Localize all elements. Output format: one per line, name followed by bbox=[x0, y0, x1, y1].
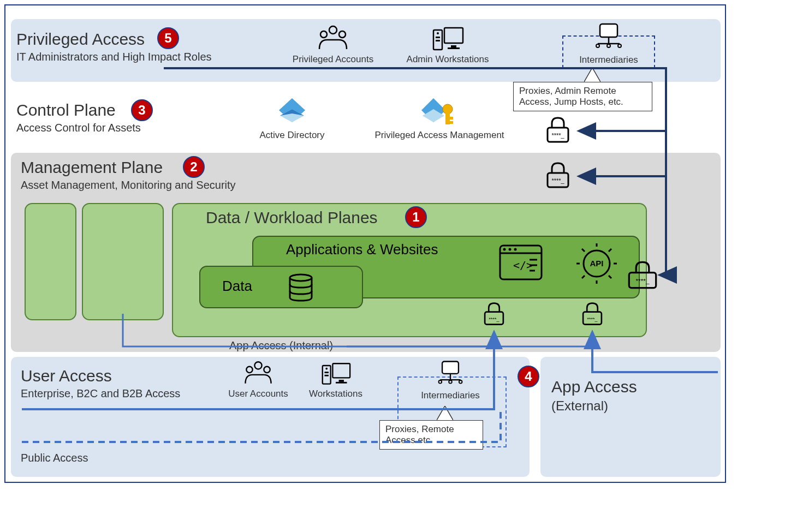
app-access-external-panel: App Access (External) bbox=[540, 357, 721, 477]
svg-rect-4 bbox=[451, 45, 456, 47]
data-panel: Data bbox=[199, 266, 363, 308]
privileged-access-subtitle: IT Administrators and High Impact Roles bbox=[16, 51, 212, 63]
svg-text:****_: ****_ bbox=[551, 177, 564, 184]
router-icon bbox=[435, 359, 466, 386]
user-access-title: User Access bbox=[21, 367, 112, 385]
svg-text:****_: ****_ bbox=[587, 316, 598, 322]
control-plane-subtitle: Access Control for Assets bbox=[16, 122, 141, 134]
pam-label: Privileged Access Management bbox=[366, 130, 513, 141]
active-directory-label: Active Directory bbox=[251, 130, 333, 141]
svg-rect-50 bbox=[332, 363, 350, 378]
lock-icon: ****_ bbox=[579, 301, 606, 327]
svg-point-60 bbox=[439, 380, 442, 384]
green-box-1 bbox=[25, 203, 76, 320]
privileged-accounts-label: Privileged Accounts bbox=[289, 54, 377, 65]
intermediaries-tooltip-bottom: Proxies, Remote Access etc. bbox=[379, 420, 483, 450]
svg-text:****_: ****_ bbox=[636, 277, 650, 285]
user-accounts-label: User Accounts bbox=[220, 388, 296, 399]
svg-rect-57 bbox=[442, 361, 459, 373]
svg-point-13 bbox=[596, 44, 599, 47]
tooltip-pointer-bottom bbox=[437, 406, 453, 421]
svg-rect-8 bbox=[436, 37, 440, 38]
svg-rect-9 bbox=[436, 40, 440, 41]
svg-text:****_: ****_ bbox=[551, 132, 564, 139]
lock-icon: ****_ bbox=[543, 116, 573, 145]
svg-point-38 bbox=[290, 274, 312, 281]
admin-workstations-block: Admin Workstations bbox=[399, 25, 497, 65]
architecture-diagram: Privileged Access IT Administrators and … bbox=[4, 4, 726, 483]
lock-icon: ****_ bbox=[480, 301, 508, 327]
badge-4: 4 bbox=[518, 366, 539, 387]
lock-icon: ****_ bbox=[625, 260, 660, 291]
svg-rect-10 bbox=[600, 24, 617, 37]
badge-3: 3 bbox=[131, 99, 153, 121]
management-plane-panel: Management Plane Asset Management, Monit… bbox=[11, 153, 721, 352]
public-access-label: Public Access bbox=[21, 452, 88, 464]
svg-rect-55 bbox=[324, 372, 328, 373]
privileged-accounts-block: Privileged Accounts bbox=[289, 25, 377, 65]
intermediaries-router-top bbox=[584, 22, 633, 52]
intermediaries-tooltip-top: Proxies, Admin Remote Access, Jump Hosts… bbox=[513, 82, 652, 111]
svg-point-29 bbox=[503, 248, 506, 251]
svg-text:****_: ****_ bbox=[489, 316, 500, 322]
active-directory-icon bbox=[277, 97, 307, 128]
green-box-2 bbox=[82, 203, 164, 320]
svg-rect-23 bbox=[448, 117, 453, 119]
badge-1: 1 bbox=[405, 206, 427, 228]
code-window-icon: </> bbox=[499, 244, 543, 280]
svg-point-48 bbox=[246, 367, 252, 373]
svg-rect-3 bbox=[444, 28, 463, 43]
svg-point-0 bbox=[329, 26, 337, 34]
workstation-icon bbox=[431, 25, 464, 52]
management-plane-title: Management Plane bbox=[21, 158, 163, 177]
badge-5: 5 bbox=[157, 27, 179, 49]
pam-block: Privileged Access Management bbox=[366, 97, 513, 141]
user-access-subtitle: Enterprise, B2C and B2B Access bbox=[21, 387, 180, 400]
management-plane-subtitle: Asset Management, Monitoring and Securit… bbox=[21, 179, 236, 192]
svg-point-2 bbox=[339, 31, 346, 38]
svg-text:API: API bbox=[590, 259, 603, 268]
svg-point-15 bbox=[618, 44, 621, 47]
workstations-label: Workstations bbox=[303, 388, 368, 399]
svg-point-30 bbox=[509, 248, 512, 251]
svg-rect-24 bbox=[448, 121, 453, 124]
active-directory-block: Active Directory bbox=[251, 97, 333, 141]
workstations-block: Workstations bbox=[303, 360, 368, 399]
app-access-ext-subtitle: (External) bbox=[551, 398, 608, 414]
user-accounts-block: User Accounts bbox=[220, 360, 296, 399]
badge-2: 2 bbox=[183, 156, 205, 178]
svg-rect-56 bbox=[324, 375, 328, 376]
data-workload-title: Data / Workload Planes bbox=[206, 208, 378, 227]
admin-workstations-label: Admin Workstations bbox=[399, 54, 497, 65]
users-icon bbox=[314, 25, 352, 52]
svg-point-54 bbox=[325, 368, 328, 370]
data-title: Data bbox=[222, 278, 252, 295]
svg-point-31 bbox=[514, 248, 517, 251]
svg-point-1 bbox=[320, 31, 327, 38]
intermediaries-label-bottom: Intermediaries bbox=[415, 390, 486, 401]
svg-rect-5 bbox=[448, 47, 460, 49]
workstation-icon bbox=[320, 360, 351, 386]
router-icon bbox=[592, 22, 625, 50]
data-workload-panel: Data / Workload Planes 1 Applications & … bbox=[172, 203, 647, 337]
users-icon bbox=[240, 360, 276, 386]
svg-point-47 bbox=[254, 362, 261, 369]
app-access-internal-label: App Access (Internal) bbox=[229, 339, 333, 352]
intermediaries-label-top: Intermediaries bbox=[573, 55, 644, 65]
privileged-access-title: Privileged Access bbox=[16, 30, 145, 49]
svg-point-61 bbox=[449, 380, 452, 384]
svg-point-49 bbox=[264, 367, 270, 373]
apps-title: Applications & Websites bbox=[286, 241, 438, 258]
svg-point-14 bbox=[607, 44, 610, 47]
svg-point-7 bbox=[437, 32, 439, 34]
app-access-ext-title: App Access bbox=[551, 378, 637, 396]
lock-icon: ****_ bbox=[543, 161, 573, 190]
tooltip-pointer-top bbox=[584, 68, 600, 83]
intermediaries-router-bottom bbox=[426, 359, 475, 388]
control-plane-title: Control Plane bbox=[16, 101, 116, 119]
svg-rect-51 bbox=[339, 380, 344, 382]
pam-icon bbox=[420, 97, 459, 128]
svg-point-62 bbox=[459, 380, 462, 384]
api-gear-icon: API bbox=[575, 242, 618, 285]
database-icon bbox=[288, 273, 314, 303]
